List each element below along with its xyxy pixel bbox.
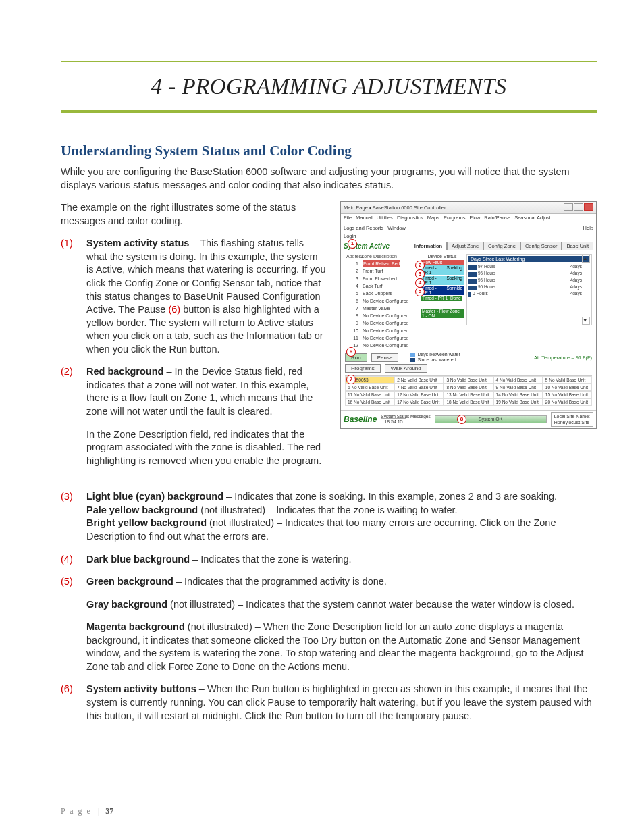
unit-cell[interactable]: 8 No Valid Base Unit [444, 384, 493, 391]
footer-label: P a g e [61, 806, 92, 816]
menu-item[interactable]: Window [387, 225, 406, 231]
unit-cell[interactable]: 9 No Valid Base Unit [493, 384, 543, 391]
zone-desc[interactable]: No Device Configured [363, 327, 408, 334]
pause-button[interactable]: Pause [371, 353, 399, 362]
tab-base-unit[interactable]: Base Unit [562, 242, 593, 250]
shot-menubar[interactable]: File Manual Utilities Diagnostics Maps P… [341, 214, 596, 232]
item-lead: Magenta background [86, 621, 185, 632]
menu-item[interactable]: Logs and Reports [344, 225, 383, 231]
menu-item[interactable]: Utilities [377, 215, 393, 221]
menu-item[interactable]: Seasonal Adjust [514, 215, 551, 221]
zone-num: 6 [346, 297, 360, 305]
tab-information[interactable]: Information [410, 242, 447, 250]
tab-config-sensor[interactable]: Config Sensor [520, 242, 562, 250]
menu-item[interactable]: Programs [444, 215, 466, 221]
unit-cell[interactable]: 4 No Valid Base Unit [493, 376, 543, 384]
menu-item[interactable]: Help [583, 225, 593, 231]
zone-desc[interactable]: Back Turf [363, 282, 383, 290]
zone-desc[interactable]: No Device Configured [363, 312, 408, 319]
brand-logo: Baseline [344, 415, 377, 424]
unit-cell[interactable]: 13 No Valid Base Unit [444, 391, 493, 398]
login-link[interactable]: Login [341, 232, 596, 240]
zone-desc[interactable]: No Device Configured [363, 334, 408, 342]
zone-desc[interactable]: Master Valve [363, 305, 390, 312]
unit-cell[interactable]: 11 No Valid Base Unit [345, 391, 394, 398]
shot-footer: Baseline System Status Messages 18:54:15… [341, 410, 596, 428]
unit-cell[interactable]: 2 No Valid Base Unit [394, 376, 444, 384]
tab-adjust-zone[interactable]: Adjust Zone [447, 242, 483, 250]
unit-cell[interactable]: 10 No Valid Base Unit [543, 384, 592, 391]
unit-cell[interactable]: 3 No Valid Base Unit [444, 376, 493, 384]
status-chip: Done [449, 296, 462, 301]
item-text: (not illustrated) – Indicates that the s… [167, 599, 574, 610]
menu-item[interactable]: Flow [470, 215, 481, 221]
menu-item[interactable]: Manual [356, 215, 373, 221]
unit-cell[interactable]: 14 No Valid Base Unit [493, 391, 543, 398]
scroll-up[interactable]: ▲ [582, 255, 590, 263]
unit-cell[interactable]: 18 No Valid Base Unit [444, 398, 493, 406]
unit-cell[interactable]: 5 No Valid Base Unit [543, 376, 592, 384]
zone-desc[interactable]: Front Turf [363, 267, 383, 275]
graph-label: 4days [570, 264, 582, 269]
example-intro: The example on the right illustrates som… [61, 201, 327, 228]
unit-cell[interactable]: 19 No Valid Base Unit [493, 398, 543, 406]
unit-cell[interactable]: 17 No Valid Base Unit [394, 398, 444, 406]
item-number: (2) [61, 365, 77, 467]
programs-button[interactable]: Programs [345, 364, 381, 373]
col-header: Address [346, 254, 358, 259]
item-text: – Indicates that the zone is watering. [190, 554, 351, 565]
item-lead: Dark blue background [86, 554, 190, 565]
unit-cell[interactable]: 6 No Valid Base Unit [345, 384, 394, 391]
window-buttons[interactable] [563, 203, 593, 212]
site-label: Local Site Name: [554, 413, 590, 419]
item-body: Red background – In the Device Status fi… [86, 365, 327, 467]
item-lead: Pale yellow background [86, 504, 198, 515]
item-lead: System activity status [86, 238, 189, 249]
unit-cell[interactable]: 15 No Valid Base Unit [543, 391, 592, 398]
menu-item[interactable]: Diagnostics [397, 215, 423, 221]
unit-grid: 1:0150053 2 No Valid Base Unit 3 No Vali… [345, 375, 592, 406]
zone-desc[interactable]: Back Drippers [363, 290, 392, 297]
item-number: (4) [61, 553, 77, 567]
zone-desc[interactable]: No Device Configured [363, 319, 408, 327]
col-header: Device Status [421, 254, 464, 260]
graph-label: 4days [570, 271, 582, 276]
item-body: Green background – Indicates that the pr… [86, 575, 597, 673]
zone-desc[interactable]: Front Raised Bed [363, 260, 400, 267]
item-lead: System activity buttons [86, 683, 196, 694]
footer-number: 37 [105, 806, 113, 816]
item-subpara: In the Zone Description field, red indic… [86, 428, 327, 468]
zone-num: 4 [346, 282, 360, 290]
zone-num: 10 [346, 327, 360, 334]
zone-desc[interactable]: No Device Configured [363, 297, 408, 305]
item-number: (5) [61, 575, 77, 673]
menu-item[interactable]: File [344, 215, 352, 221]
tab-config-zone[interactable]: Config Zone [483, 242, 520, 250]
zone-desc[interactable]: No Device Configured [363, 342, 408, 349]
site-box: Local Site Name: Honeylocust Site [551, 412, 593, 427]
unit-cell[interactable]: 20 No Valid Base Unit [543, 398, 592, 406]
graph-label: 97 Hours [478, 264, 495, 269]
unit-cell[interactable]: 16 No Valid Base Unit [345, 398, 394, 406]
unit-cell[interactable]: 12 No Valid Base Unit [394, 391, 444, 398]
legend-label: Days between water [417, 352, 460, 357]
site-value: Honeylocust Site [554, 419, 590, 425]
control-row: Run Pause Days between water Since last … [345, 352, 592, 363]
graph-label: 96 Hours [478, 284, 495, 289]
menu-item[interactable]: Rain/Pause [484, 215, 510, 221]
item-text: – This flashing status tells what the sy… [86, 238, 326, 315]
zone-desc[interactable]: Front Flowerbed [363, 275, 397, 282]
zone-num: 5 [346, 290, 360, 297]
footer-sep: | [98, 806, 99, 816]
item-text: (not illustrated) – Indicates that the z… [198, 504, 457, 515]
status-row: System Active Information Adjust Zone Co… [341, 240, 596, 251]
walk-around-button[interactable]: Walk Around [385, 364, 427, 373]
unit-cell[interactable]: 7 No Valid Base Unit [394, 384, 444, 391]
page-footer: P a g e | 37 [61, 806, 113, 816]
menu-item[interactable]: Maps [427, 215, 439, 221]
scroll-down[interactable]: ▼ [582, 317, 590, 325]
tab-bar: Information Adjust Zone Config Zone Conf… [410, 242, 593, 250]
section-title: Understanding System Status and Color Co… [61, 142, 597, 161]
zone-num: 9 [346, 319, 360, 327]
status-chip: Master - Flow Zone 1 - ON [421, 309, 464, 318]
